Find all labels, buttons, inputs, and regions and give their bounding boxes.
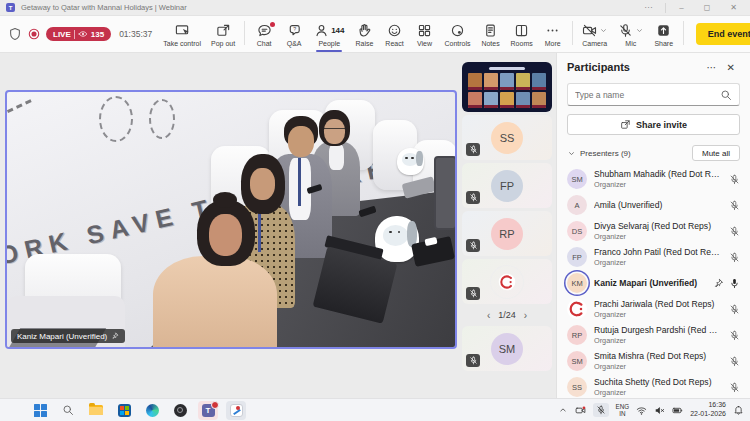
view-button[interactable]: View xyxy=(409,20,439,49)
mic-muted-icon[interactable] xyxy=(729,382,740,393)
participant-row[interactable]: SS Suchita Shetty (Red Dot Reps) Organiz… xyxy=(567,374,740,400)
next-page-icon[interactable]: › xyxy=(524,310,527,321)
window-minimize-button[interactable]: – xyxy=(672,3,690,12)
mic-on-icon[interactable] xyxy=(729,278,740,289)
window-more-button[interactable]: ⋯ xyxy=(637,3,659,12)
teams-taskbar-icon[interactable]: T xyxy=(198,401,218,420)
notification-badge xyxy=(211,401,219,409)
panel-close-button[interactable]: ✕ xyxy=(722,62,740,73)
qna-button[interactable]: ? Q&A xyxy=(279,20,309,49)
wifi-icon[interactable] xyxy=(636,405,647,416)
video-tile-FP[interactable]: FP xyxy=(462,163,552,208)
slide-title-bar xyxy=(489,67,525,70)
camera-app-icon[interactable] xyxy=(170,401,190,420)
taskbar-clock[interactable]: 16:3622-01-2026 xyxy=(690,401,726,419)
notes-label: Notes xyxy=(481,40,499,47)
microsoft-store-icon[interactable] xyxy=(114,401,134,420)
participant-row[interactable]: RP Rutuja Durgesh Pardshi (Red Dot R... … xyxy=(567,322,740,348)
participant-row[interactable]: Prachi Jariwala (Red Dot Reps) Organizer xyxy=(567,296,740,322)
window-close-button[interactable]: ✕ xyxy=(723,3,744,12)
participant-row[interactable]: SM Shubham Mahadik (Red Dot Reps) Organi… xyxy=(567,166,740,192)
taskbar-search-icon[interactable] xyxy=(58,401,78,420)
notes-button[interactable]: Notes xyxy=(476,20,506,49)
more-button[interactable]: More xyxy=(538,20,568,49)
windows-taskbar: T ENGIN 16:3622-01-2026 xyxy=(0,398,750,421)
pop-out-button[interactable]: Pop out xyxy=(206,20,240,49)
pin-icon[interactable] xyxy=(713,278,724,289)
video-thumbnail-strip: SS FP RP ‹ 1/24 › SM xyxy=(462,62,552,371)
rooms-button[interactable]: Rooms xyxy=(506,20,538,49)
camera-icon xyxy=(582,23,597,38)
mic-muted-icon[interactable] xyxy=(729,174,740,185)
panel-more-button[interactable]: ⋯ xyxy=(702,62,722,73)
volume-muted-icon[interactable] xyxy=(654,405,665,416)
chevron-down-icon[interactable] xyxy=(635,26,644,35)
participant-row[interactable]: DS Divya Selvaraj (Red Dot Reps) Organiz… xyxy=(567,218,740,244)
panel-title: Participants xyxy=(567,61,630,73)
mute-all-button[interactable]: Mute all xyxy=(692,145,740,161)
pop-out-icon xyxy=(216,23,231,38)
video-tile-logo[interactable] xyxy=(462,259,552,304)
participants-panel: Participants ⋯ ✕ Share invite Presenters… xyxy=(556,53,750,398)
company-logo-avatar xyxy=(491,266,523,298)
chevron-down-icon[interactable] xyxy=(567,149,576,158)
avatar: FP xyxy=(567,247,587,267)
search-input[interactable] xyxy=(575,90,720,100)
end-event-button[interactable]: End event xyxy=(696,23,750,45)
speaker-name: Kaniz Mapari (Unverified) xyxy=(17,332,107,341)
strip-pagination[interactable]: ‹ 1/24 › xyxy=(462,307,552,323)
video-tile-SM[interactable]: SM xyxy=(462,326,552,371)
more-icon xyxy=(545,23,560,38)
qna-icon: ? xyxy=(287,23,302,38)
take-control-button[interactable]: Take control xyxy=(158,20,206,49)
snipping-tool-icon[interactable] xyxy=(226,401,246,420)
mic-muted-icon[interactable] xyxy=(729,252,740,263)
participant-role: Organizer xyxy=(594,362,722,371)
edge-browser-icon[interactable] xyxy=(142,401,162,420)
chevron-down-icon[interactable] xyxy=(599,26,608,35)
slide-photo-tile xyxy=(500,73,514,90)
participant-row[interactable]: SM Smita Mishra (Red Dot Reps) Organizer xyxy=(567,348,740,374)
main-video-stage[interactable]: ORK SAVE TRAVEL REPEAT xyxy=(5,90,457,349)
tray-camera-icon[interactable] xyxy=(575,405,586,416)
participant-search[interactable] xyxy=(567,83,740,106)
react-button[interactable]: React xyxy=(379,20,409,49)
mic-button[interactable]: Mic xyxy=(613,20,649,49)
mic-muted-icon[interactable] xyxy=(729,304,740,315)
battery-icon[interactable] xyxy=(672,405,683,416)
tray-chevron-up-icon[interactable] xyxy=(558,405,568,415)
participant-row[interactable]: KM Kaniz Mapari (Unverified) xyxy=(567,270,740,296)
participant-role: Organizer xyxy=(594,258,722,267)
mascot-cutout xyxy=(397,148,424,175)
people-button[interactable]: 144 People xyxy=(309,20,349,49)
avatar: SM xyxy=(491,333,523,365)
notification-bell-icon[interactable] xyxy=(733,405,744,416)
participant-face xyxy=(324,119,345,144)
mic-muted-icon[interactable] xyxy=(729,356,740,367)
people-icon xyxy=(314,23,329,38)
share-button[interactable]: Share xyxy=(649,20,679,49)
participant-row[interactable]: A Amila (Unverified) xyxy=(567,192,740,218)
chat-button[interactable]: Chat xyxy=(249,20,279,49)
mic-muted-icon[interactable] xyxy=(729,200,740,211)
video-tile-SS[interactable]: SS xyxy=(462,115,552,160)
notification-dot xyxy=(270,22,275,27)
mic-muted-icon[interactable] xyxy=(729,226,740,237)
controls-button[interactable]: Controls xyxy=(439,20,475,49)
file-explorer-icon[interactable] xyxy=(86,401,106,420)
language-indicator[interactable]: ENGIN xyxy=(616,403,630,417)
tray-mic-muted-icon[interactable] xyxy=(593,403,609,417)
prev-page-icon[interactable]: ‹ xyxy=(487,310,490,321)
participant-name: Smita Mishra (Red Dot Reps) xyxy=(594,351,722,361)
video-tile-RP[interactable]: RP xyxy=(462,211,552,256)
raise-button[interactable]: Raise xyxy=(349,20,379,49)
start-button[interactable] xyxy=(30,401,50,420)
more-label: More xyxy=(545,40,561,47)
screenshare-thumbnail[interactable] xyxy=(462,62,552,112)
share-invite-button[interactable]: Share invite xyxy=(567,114,740,135)
window-maximize-button[interactable]: ◻ xyxy=(697,3,718,12)
participant-name: Franco John Patil (Red Dot Reps) xyxy=(594,247,722,257)
camera-button[interactable]: Camera xyxy=(577,20,613,49)
participant-row[interactable]: FP Franco John Patil (Red Dot Reps) Orga… xyxy=(567,244,740,270)
mic-muted-icon[interactable] xyxy=(729,330,740,341)
